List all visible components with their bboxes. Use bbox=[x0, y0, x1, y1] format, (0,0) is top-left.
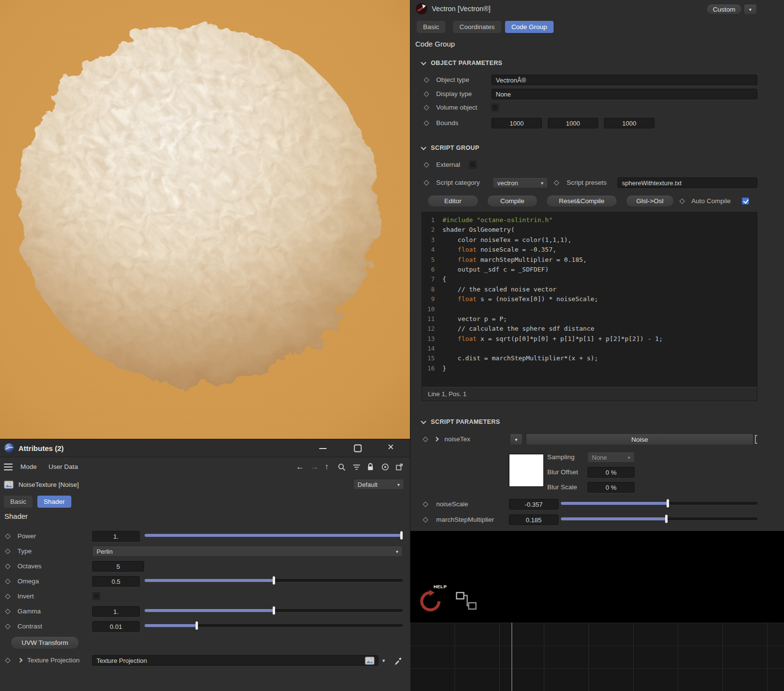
external-checkbox[interactable] bbox=[469, 161, 476, 168]
texture-image-icon[interactable] bbox=[365, 657, 375, 667]
slider-handle[interactable] bbox=[273, 577, 275, 585]
object-type-field[interactable]: VectronÂ® bbox=[491, 75, 757, 85]
marchstep-field[interactable]: 0.185 bbox=[509, 514, 558, 525]
tab-shader[interactable]: Shader bbox=[37, 496, 71, 508]
chevron-right-icon[interactable] bbox=[18, 658, 23, 663]
script-presets-field[interactable]: sphereWithtexture.txt bbox=[618, 177, 757, 188]
keyframe-diamond-icon[interactable] bbox=[423, 436, 428, 442]
keyframe-diamond-icon[interactable] bbox=[423, 517, 428, 522]
keyframe-diamond-icon[interactable] bbox=[5, 658, 10, 663]
auto-compile-checkbox[interactable] bbox=[742, 197, 749, 205]
omega-slider[interactable] bbox=[145, 579, 403, 582]
tab-coordinates[interactable]: Coordinates bbox=[453, 21, 501, 33]
keyframe-diamond-icon[interactable] bbox=[424, 162, 429, 167]
sampling-dropdown[interactable]: None▾ bbox=[588, 452, 635, 463]
editor-button[interactable]: Editor bbox=[427, 195, 478, 207]
chevron-right-icon[interactable] bbox=[434, 437, 439, 442]
code-area[interactable]: 1#include "octane-oslintrin.h" 2shader O… bbox=[422, 212, 757, 387]
tab-code-group[interactable]: Code Group bbox=[505, 21, 554, 33]
close-icon[interactable]: × bbox=[388, 441, 394, 453]
preset-dropdown[interactable]: Default▾ bbox=[353, 479, 404, 490]
section-script-group[interactable]: SCRIPT GROUP bbox=[410, 142, 784, 154]
uvw-transform-button[interactable]: UVW Transform bbox=[11, 636, 79, 649]
gamma-field[interactable]: 1. bbox=[92, 606, 140, 617]
section-object-parameters[interactable]: OBJECT PARAMETERS bbox=[410, 57, 784, 69]
blur-offset-field[interactable]: 0 % bbox=[588, 467, 635, 478]
noisetex-dropdown-button[interactable]: ▾ bbox=[510, 434, 523, 445]
line-number: 12 bbox=[422, 324, 435, 334]
slider-handle[interactable] bbox=[667, 499, 669, 508]
target-icon[interactable] bbox=[381, 463, 389, 473]
octaves-field[interactable]: 5 bbox=[92, 561, 144, 572]
chevron-down-icon[interactable]: ▾ bbox=[382, 654, 385, 667]
marchstep-slider[interactable] bbox=[561, 517, 757, 520]
contrast-field[interactable]: 0.01 bbox=[92, 621, 140, 632]
keyframe-diamond-icon[interactable] bbox=[424, 105, 429, 110]
keyframe-diamond-icon[interactable] bbox=[424, 180, 429, 185]
filter-icon[interactable] bbox=[353, 464, 360, 473]
keyframe-diamond-icon[interactable] bbox=[5, 594, 10, 599]
keyframe-diamond-icon[interactable] bbox=[5, 624, 10, 629]
keyframe-diamond-icon[interactable] bbox=[423, 501, 428, 507]
node-editor-icon[interactable] bbox=[456, 591, 477, 613]
help-icon[interactable]: HELP bbox=[419, 587, 446, 614]
power-slider[interactable] bbox=[145, 534, 403, 537]
maximize-icon[interactable] bbox=[354, 444, 362, 454]
reset-compile-button[interactable]: Reset&Compile bbox=[546, 195, 617, 207]
eyedropper-icon[interactable] bbox=[394, 656, 403, 667]
type-dropdown[interactable]: Perlin▾ bbox=[92, 546, 403, 557]
minimize-icon[interactable] bbox=[319, 448, 327, 449]
menu-user-data[interactable]: User Data bbox=[49, 457, 78, 477]
button-label: Compile bbox=[500, 197, 524, 205]
compile-button[interactable]: Compile bbox=[487, 195, 538, 207]
custom-button[interactable]: Custom bbox=[706, 4, 742, 15]
slider-handle[interactable] bbox=[400, 531, 403, 540]
volume-object-checkbox[interactable] bbox=[491, 104, 499, 111]
hamburger-menu-icon[interactable] bbox=[4, 464, 13, 470]
grid-viewport[interactable] bbox=[410, 622, 784, 691]
section-script-parameters[interactable]: SCRIPT PARAMETERS bbox=[410, 416, 784, 428]
keyframe-diamond-icon[interactable] bbox=[424, 120, 429, 126]
code-editor[interactable]: 1#include "octane-oslintrin.h" 2shader O… bbox=[422, 212, 757, 401]
custom-dropdown-button[interactable]: ▾ bbox=[744, 4, 757, 15]
omega-field[interactable]: 0.5 bbox=[92, 576, 140, 587]
keyframe-diamond-icon[interactable] bbox=[424, 77, 429, 82]
keyframe-diamond-icon[interactable] bbox=[5, 563, 10, 569]
render-viewport[interactable] bbox=[0, 0, 410, 439]
noisescale-field[interactable]: -0.357 bbox=[509, 499, 558, 510]
tab-basic[interactable]: Basic bbox=[4, 496, 33, 508]
lock-icon[interactable] bbox=[367, 463, 374, 473]
keyframe-diamond-icon[interactable] bbox=[5, 609, 10, 614]
popout-icon[interactable] bbox=[395, 463, 403, 473]
slider-handle[interactable] bbox=[665, 515, 668, 523]
bounds-z-field[interactable]: 1000 bbox=[604, 118, 654, 129]
bounds-x-field[interactable]: 1000 bbox=[491, 118, 542, 129]
invert-checkbox[interactable] bbox=[93, 593, 100, 600]
keyframe-diamond-icon[interactable] bbox=[5, 548, 10, 554]
script-category-dropdown[interactable]: vectron▾ bbox=[493, 177, 548, 188]
display-type-field[interactable]: None bbox=[491, 89, 757, 99]
attributes-toolbar: Mode User Data ← → ↑ bbox=[0, 457, 410, 477]
blur-scale-field[interactable]: 0 % bbox=[588, 482, 635, 493]
forward-icon[interactable]: → bbox=[310, 457, 319, 477]
search-icon[interactable] bbox=[338, 463, 346, 473]
keyframe-diamond-icon[interactable] bbox=[554, 180, 559, 185]
menu-mode[interactable]: Mode bbox=[20, 457, 37, 477]
up-icon[interactable]: ↑ bbox=[325, 457, 329, 477]
keyframe-diamond-icon[interactable] bbox=[679, 198, 685, 204]
slider-handle[interactable] bbox=[273, 607, 275, 615]
keyframe-diamond-icon[interactable] bbox=[424, 91, 429, 96]
texture-projection-field[interactable]: Texture Projection bbox=[92, 655, 378, 666]
slider-handle[interactable] bbox=[196, 622, 198, 630]
noise-shader-button[interactable]: Noise bbox=[526, 434, 753, 445]
noisescale-slider[interactable] bbox=[561, 502, 757, 505]
back-icon[interactable]: ← bbox=[296, 457, 304, 477]
power-field[interactable]: 1. bbox=[92, 531, 140, 542]
bounds-y-field[interactable]: 1000 bbox=[548, 118, 598, 129]
contrast-slider[interactable] bbox=[145, 624, 403, 627]
tab-basic[interactable]: Basic bbox=[417, 21, 445, 33]
keyframe-diamond-icon[interactable] bbox=[5, 533, 10, 539]
gamma-slider[interactable] bbox=[145, 609, 403, 612]
glsl-to-osl-button[interactable]: Glsl->Osl bbox=[626, 195, 674, 207]
keyframe-diamond-icon[interactable] bbox=[5, 579, 10, 584]
